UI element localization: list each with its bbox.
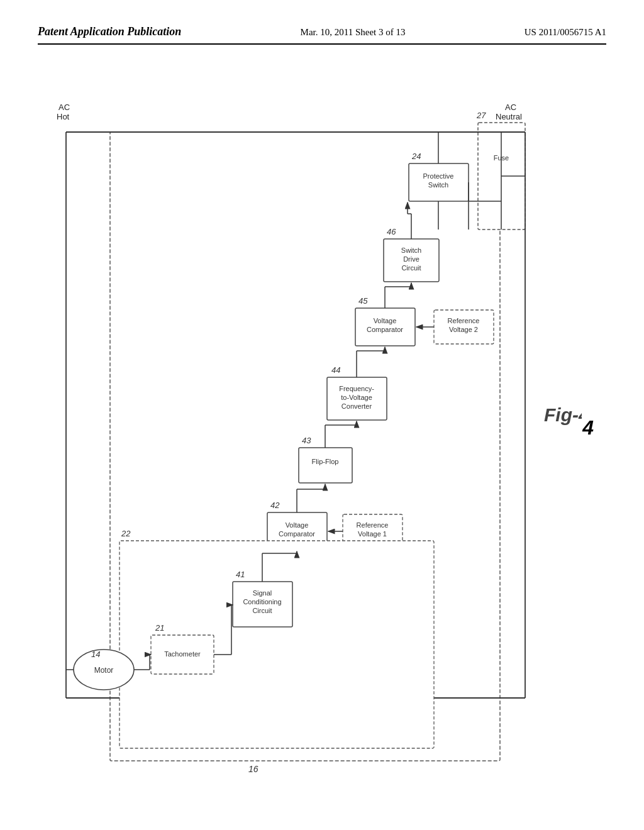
svg-text:43: 43 (302, 436, 311, 445)
svg-text:to-Voltage: to-Voltage (341, 394, 372, 401)
svg-text:Switch: Switch (401, 246, 421, 254)
svg-text:24: 24 (411, 152, 421, 161)
svg-text:Voltage: Voltage (286, 521, 309, 529)
svg-text:Flip-Flop: Flip-Flop (312, 458, 339, 465)
svg-text:14: 14 (91, 650, 100, 659)
svg-text:Comparator: Comparator (367, 326, 403, 333)
svg-text:21: 21 (155, 623, 164, 633)
svg-text:42: 42 (270, 501, 280, 510)
header-patent: US 2011/0056715 A1 (525, 27, 606, 38)
header: Patent Application Publication Mar. 10, … (38, 25, 606, 45)
svg-text:Signal: Signal (253, 589, 272, 597)
svg-text:Neutral: Neutral (496, 112, 522, 121)
page: Patent Application Publication Mar. 10, … (0, 0, 644, 830)
svg-text:Voltage 2: Voltage 2 (449, 326, 478, 333)
svg-text:16: 16 (248, 764, 258, 774)
svg-text:45: 45 (358, 296, 368, 306)
svg-text:Voltage: Voltage (374, 317, 397, 324)
svg-text:Drive: Drive (403, 255, 419, 263)
svg-text:Hot: Hot (57, 112, 70, 121)
svg-text:41: 41 (236, 570, 245, 579)
svg-text:Circuit: Circuit (252, 607, 272, 614)
svg-rect-153 (299, 448, 352, 483)
svg-text:Switch: Switch (428, 181, 448, 189)
svg-text:Reference: Reference (448, 317, 480, 324)
svg-text:Tachometer: Tachometer (164, 650, 201, 658)
svg-text:AC: AC (58, 102, 70, 112)
svg-text:Reference: Reference (357, 521, 389, 529)
svg-text:Frequency-: Frequency- (339, 385, 374, 392)
header-title: Patent Application Publication (38, 25, 181, 38)
svg-text:22: 22 (121, 529, 131, 538)
svg-text:Converter: Converter (341, 402, 372, 410)
svg-text:Comparator: Comparator (279, 530, 315, 538)
svg-text:Conditioning: Conditioning (243, 598, 281, 606)
svg-text:Circuit: Circuit (401, 264, 421, 272)
header-date: Mar. 10, 2011 Sheet 3 of 13 (301, 27, 406, 38)
svg-text:Protective: Protective (423, 172, 454, 180)
svg-text:AC: AC (505, 102, 516, 112)
svg-text:27: 27 (476, 111, 486, 120)
svg-text:46: 46 (387, 227, 396, 236)
svg-text:Fig-4: Fig-4 (544, 404, 582, 425)
svg-text:Voltage 1: Voltage 1 (358, 530, 387, 538)
svg-text:44: 44 (331, 365, 340, 375)
svg-text:Motor: Motor (94, 666, 114, 675)
